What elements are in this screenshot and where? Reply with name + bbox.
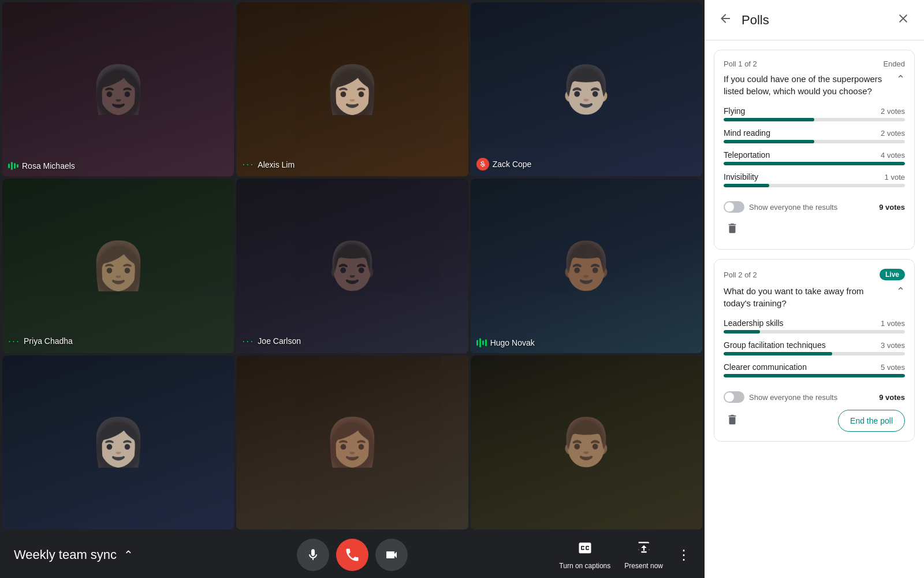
poll-1-option-3: Invisibility 1 vote	[724, 172, 905, 187]
participant-label-2: ··· Alexis Lim	[242, 158, 295, 171]
polls-close-button[interactable]	[894, 9, 912, 31]
participant-video-7: 👩🏻	[2, 355, 234, 529]
poll-1-option-1-votes: 2 votes	[881, 129, 905, 138]
participant-video-6: 👨🏾	[471, 179, 702, 353]
poll-1-option-3-votes: 1 vote	[885, 173, 905, 181]
poll-2-bar-1	[724, 352, 832, 355]
participant-name-1: Rosa Michaels	[22, 161, 75, 171]
participant-name-3: Zack Cope	[493, 160, 532, 169]
more-options-button[interactable]: ⋮	[677, 547, 691, 563]
poll-2-chevron[interactable]: ⌃	[896, 285, 905, 298]
video-area: 👩🏿 Rosa Michaels 👩🏻 ··· Alexis Lim	[0, 0, 705, 578]
poll-2-option-2: Clearer communication 5 votes	[724, 362, 905, 377]
poll-1-option-2-label: Teleportation	[724, 150, 770, 160]
poll-1-footer: Show everyone the results 9 votes	[724, 194, 905, 213]
mic-button[interactable]	[297, 539, 329, 571]
present-icon	[636, 540, 652, 560]
poll-2-option-1: Group facilitation techniques 3 votes	[724, 340, 905, 355]
mic-muted-icon-3	[476, 158, 489, 171]
poll-2-option-0: Leadership skills 1 votes	[724, 318, 905, 334]
poll-1-bar-3	[724, 184, 769, 187]
meeting-chevron[interactable]: ⌃	[124, 548, 133, 562]
captions-action[interactable]: Turn on captions	[559, 540, 610, 570]
participant-label-5: ··· Joe Carlson	[242, 335, 301, 347]
poll-2-status: Live	[880, 269, 905, 280]
poll-1-question-row: If you could have one of the superpowers…	[724, 73, 905, 97]
poll-1-show-results-toggle[interactable]	[724, 201, 744, 213]
poll-card-1: Poll 1 of 2 Ended If you could have one …	[714, 50, 915, 250]
participant-video-2: 👩🏻	[236, 2, 468, 176]
audio-dots-4: ···	[8, 335, 20, 347]
poll-card-1-header: Poll 1 of 2 Ended	[724, 60, 905, 68]
participant-name-6: Hugo Novak	[490, 338, 535, 347]
participant-label-1: Rosa Michaels	[8, 161, 75, 171]
participant-video-4: 👩🏽	[2, 179, 234, 353]
present-action[interactable]: Present now	[624, 540, 663, 570]
poll-2-option-0-votes: 1 votes	[881, 319, 905, 328]
polls-content[interactable]: Poll 1 of 2 Ended If you could have one …	[705, 40, 924, 578]
participant-video-9: 👨🏽	[471, 355, 702, 529]
participant-video-8: 👩🏽	[236, 355, 468, 529]
poll-2-option-1-votes: 3 votes	[881, 341, 905, 350]
participant-video-3: 👨🏻	[471, 2, 702, 176]
video-tile-8: 👩🏽	[236, 355, 468, 529]
poll-1-total-votes: 9 votes	[879, 203, 905, 212]
poll-1-option-1-label: Mind reading	[724, 128, 770, 138]
audio-icon-6	[476, 338, 487, 347]
poll-2-option-1-label: Group facilitation techniques	[724, 340, 826, 350]
poll-1-option-0: Flying 2 votes	[724, 106, 905, 121]
toolbar-center	[297, 539, 408, 571]
video-tile-4: 👩🏽 ··· Priya Chadha	[2, 179, 234, 353]
poll-2-question-row: What do you want to take away from today…	[724, 285, 905, 309]
poll-1-option-1: Mind reading 2 votes	[724, 128, 905, 143]
poll-2-show-results-row: Show everyone the results	[724, 391, 837, 403]
poll-2-counter: Poll 2 of 2	[724, 271, 757, 279]
poll-1-option-2-votes: 4 votes	[881, 151, 905, 160]
poll-2-delete-button[interactable]	[724, 411, 741, 431]
participant-name-2: Alexis Lim	[258, 160, 295, 169]
toolbar-left: Weekly team sync ⌃	[14, 547, 187, 562]
poll-2-show-results-toggle[interactable]	[724, 391, 744, 403]
poll-2-option-2-label: Clearer communication	[724, 362, 807, 372]
participant-name-4: Priya Chadha	[24, 336, 73, 346]
captions-icon	[577, 540, 593, 560]
video-tile-5: 👨🏿 ··· Joe Carlson	[236, 179, 468, 353]
polls-header: Polls	[705, 0, 924, 40]
poll-2-actions-row: End the poll	[724, 410, 905, 432]
video-tile-3: 👨🏻 Zack Cope	[471, 2, 702, 176]
video-tile-6: 👨🏾 Hugo Novak	[471, 179, 702, 353]
poll-2-footer: Show everyone the results 9 votes	[724, 384, 905, 403]
poll-1-option-3-label: Invisibility	[724, 172, 758, 181]
poll-2-question: What do you want to take away from today…	[724, 285, 892, 309]
end-poll-button[interactable]: End the poll	[838, 410, 905, 432]
poll-1-delete-button[interactable]	[724, 220, 741, 240]
poll-1-status: Ended	[883, 60, 905, 68]
participant-video-5: 👨🏿	[236, 179, 468, 353]
poll-card-2-header: Poll 2 of 2 Live	[724, 269, 905, 280]
polls-title: Polls	[742, 13, 887, 28]
poll-2-total-votes: 9 votes	[879, 393, 905, 402]
participant-name-5: Joe Carlson	[258, 336, 301, 346]
poll-1-option-0-votes: 2 votes	[881, 107, 905, 116]
audio-dots-2: ···	[242, 158, 254, 171]
camera-button[interactable]	[375, 539, 408, 571]
participant-video-1: 👩🏿	[2, 2, 234, 176]
participant-label-3: Zack Cope	[476, 158, 532, 171]
end-call-button[interactable]	[336, 539, 368, 571]
video-tile-2: 👩🏻 ··· Alexis Lim	[236, 2, 468, 176]
poll-2-show-results-label: Show everyone the results	[749, 393, 837, 402]
polls-back-button[interactable]	[716, 9, 735, 31]
meeting-name: Weekly team sync	[14, 547, 117, 562]
toolbar: Weekly team sync ⌃	[0, 532, 705, 578]
poll-2-toggle-knob	[725, 392, 734, 402]
participant-label-4: ··· Priya Chadha	[8, 335, 73, 347]
poll-2-option-2-votes: 5 votes	[881, 363, 905, 372]
main-container: 👩🏿 Rosa Michaels 👩🏻 ··· Alexis Lim	[0, 0, 924, 578]
audio-dots-5: ···	[242, 335, 254, 347]
video-tile-9: 👨🏽	[471, 355, 702, 529]
video-tile-1: 👩🏿 Rosa Michaels	[2, 2, 234, 176]
poll-1-counter: Poll 1 of 2	[724, 60, 757, 68]
poll-2-bar-0	[724, 330, 760, 334]
poll-1-option-0-label: Flying	[724, 106, 745, 116]
poll-1-chevron[interactable]: ⌃	[896, 73, 905, 86]
